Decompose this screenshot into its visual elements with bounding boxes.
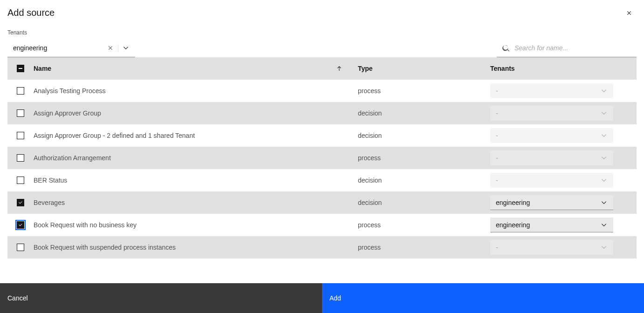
chevron-down-icon [600, 177, 608, 184]
row-type: decision [358, 199, 382, 206]
row-tenant-select[interactable]: - [490, 83, 613, 98]
table-row: Assign Approver Group - 2 defined and 1 … [7, 124, 637, 147]
dialog-footer: Cancel Add [0, 283, 644, 313]
row-checkbox[interactable] [17, 109, 24, 117]
table-row: Book Request with suspended process inst… [7, 236, 637, 259]
row-tenant-value: - [496, 244, 498, 251]
row-name: Assign Approver Group [34, 109, 101, 117]
search-input[interactable] [514, 44, 631, 52]
close-icon [625, 9, 633, 17]
row-type: decision [358, 132, 382, 139]
column-header-name[interactable]: Name [34, 65, 51, 72]
row-type: process [358, 244, 381, 251]
sort-ascending-icon[interactable] [336, 65, 343, 72]
table-row: Assign Approver Groupdecision- [7, 102, 637, 124]
row-type: decision [358, 177, 382, 184]
tenant-filter-clear[interactable] [107, 44, 114, 52]
row-checkbox[interactable] [17, 221, 24, 229]
row-type: process [358, 87, 381, 95]
table-row: Beveragesdecisionengineering [7, 191, 637, 214]
row-tenant-select[interactable]: - [490, 128, 613, 143]
select-all-checkbox[interactable] [17, 65, 24, 72]
column-header-tenants[interactable]: Tenants [490, 65, 515, 72]
chevron-down-icon [600, 221, 608, 229]
close-icon [107, 44, 114, 52]
tenant-filter-value: engineering [13, 44, 107, 52]
chevron-down-icon [600, 199, 608, 206]
table-row: Analysis Testing Processprocess- [7, 80, 637, 102]
row-tenant-select[interactable]: - [490, 150, 613, 165]
chevron-down-icon [600, 244, 608, 251]
chevron-down-icon [600, 154, 608, 162]
column-header-type[interactable]: Type [358, 65, 373, 72]
row-name: Book Request with no business key [34, 221, 137, 229]
row-tenant-value: engineering [496, 199, 530, 206]
row-checkbox[interactable] [17, 244, 24, 251]
table-row: Book Request with no business keyprocess… [7, 214, 637, 236]
search-icon [502, 44, 510, 52]
divider [118, 44, 118, 52]
chevron-down-icon [600, 132, 608, 139]
row-tenant-select[interactable]: - [490, 173, 613, 188]
row-name: Authorization Arrangement [34, 154, 111, 162]
chevron-down-icon [600, 109, 608, 117]
row-tenant-select[interactable]: engineering [490, 195, 613, 210]
close-button[interactable] [623, 7, 635, 19]
row-type: process [358, 221, 381, 229]
row-checkbox[interactable] [17, 87, 24, 95]
table-row: Authorization Arrangementprocess- [7, 147, 637, 169]
row-checkbox[interactable] [17, 154, 24, 162]
row-name: Book Request with suspended process inst… [34, 244, 176, 251]
search-box[interactable] [497, 39, 637, 57]
tenant-filter-select[interactable]: engineering [7, 39, 135, 57]
row-name: Beverages [34, 199, 65, 206]
row-tenant-value: engineering [496, 221, 530, 229]
row-tenant-select[interactable]: engineering [490, 218, 613, 232]
row-tenant-value: - [496, 132, 498, 139]
row-checkbox[interactable] [17, 132, 24, 139]
row-type: process [358, 154, 381, 162]
row-checkbox[interactable] [17, 177, 24, 184]
row-type: decision [358, 109, 382, 117]
table-header-row: Name Type Tenants [7, 57, 637, 80]
chevron-down-icon [122, 44, 130, 52]
chevron-down-icon [600, 87, 608, 95]
add-button[interactable]: Add [322, 283, 644, 313]
source-table: Name Type Tenants Analysis Testing Proce… [7, 57, 637, 259]
row-checkbox[interactable] [17, 199, 24, 206]
row-tenant-value: - [496, 87, 498, 95]
row-name: Analysis Testing Process [34, 87, 106, 95]
row-tenant-value: - [496, 109, 498, 117]
row-tenant-value: - [496, 177, 498, 184]
row-tenant-select[interactable]: - [490, 106, 613, 121]
row-name: Assign Approver Group - 2 defined and 1 … [34, 132, 195, 139]
tenants-label: Tenants [7, 29, 637, 36]
cancel-button[interactable]: Cancel [0, 283, 322, 313]
tenant-filter-toggle[interactable] [122, 44, 130, 52]
row-name: BER Status [34, 177, 67, 184]
row-tenant-select[interactable]: - [490, 240, 613, 255]
row-tenant-value: - [496, 154, 498, 162]
table-row: BER Statusdecision- [7, 169, 637, 191]
page-title: Add source [7, 7, 637, 18]
